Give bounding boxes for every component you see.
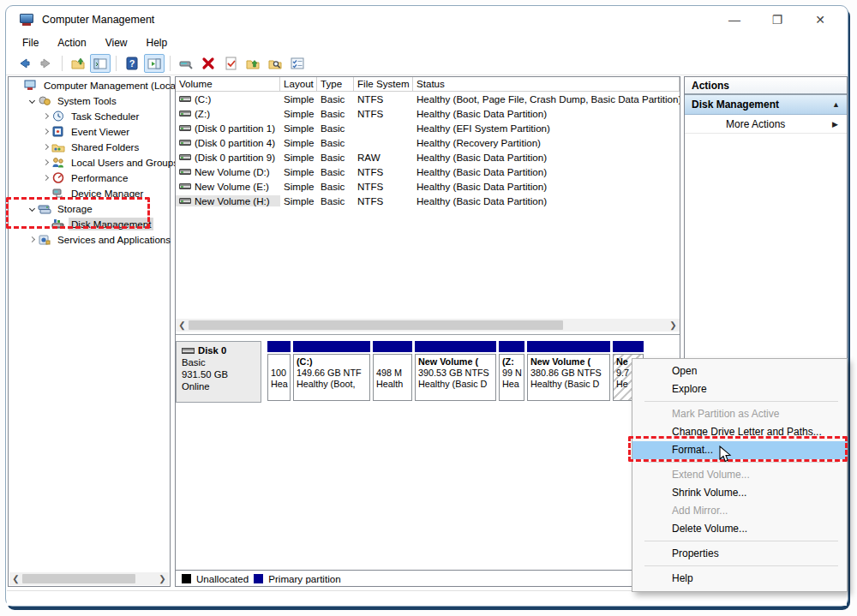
title-bar: Computer Management — ❐ ✕ (6, 6, 848, 33)
partition-block[interactable]: New Volume (380.86 GB NTFSHealthy (Basic… (527, 341, 610, 403)
context-menu-properties[interactable]: Properties (632, 545, 847, 563)
volume-row[interactable]: (C:)SimpleBasicNTFSHealthy (Boot, Page F… (176, 92, 680, 106)
volume-icon (179, 198, 191, 204)
context-menu-open[interactable]: Open (632, 362, 847, 380)
chevron-right-icon[interactable] (26, 237, 38, 242)
context-menu-format[interactable]: Format... (632, 441, 847, 459)
chevron-right-icon[interactable] (39, 114, 51, 118)
disk-type: Basic (182, 356, 255, 368)
chevron-right-icon[interactable] (39, 160, 51, 164)
scroll-right-icon[interactable]: ❯ (156, 572, 169, 585)
more-actions-label: More Actions (726, 118, 785, 130)
column-header-status[interactable]: Status (413, 77, 680, 92)
partition-block[interactable]: (Z:99 NHea (499, 341, 524, 403)
volume-row[interactable]: New Volume (H:)SimpleBasicNTFSHealthy (B… (176, 194, 680, 208)
tree-item-storage[interactable]: Storage (9, 200, 170, 216)
performance-icon (51, 172, 65, 183)
search-folder-icon[interactable] (265, 54, 285, 73)
tree-item-performance[interactable]: Performance (9, 170, 170, 185)
column-header-volume[interactable]: Volume (176, 77, 280, 92)
tree-horizontal-scrollbar[interactable]: ❮ ❯ (9, 572, 169, 585)
scroll-right-icon[interactable]: ❯ (667, 319, 680, 332)
partition-health: Hea (271, 379, 287, 390)
column-header-file-system[interactable]: File System (354, 77, 413, 92)
chevron-down-icon[interactable] (26, 206, 38, 211)
more-actions-item[interactable]: More Actions ▶ (685, 115, 847, 134)
actions-group-disk-management[interactable]: Disk Management ▲ (685, 95, 847, 115)
tree-item-services[interactable]: Services and Applications (9, 231, 170, 247)
volume-type: Basic (317, 166, 354, 177)
volume-row[interactable]: New Volume (E:)SimpleBasicNTFSHealthy (B… (176, 179, 680, 194)
menu-action[interactable]: Action (50, 35, 93, 51)
scrollbar-thumb[interactable] (189, 320, 563, 330)
scroll-left-icon[interactable]: ❮ (176, 319, 189, 332)
context-menu-delete-volume[interactable]: Delete Volume... (632, 520, 847, 538)
chevron-down-icon[interactable] (26, 99, 38, 103)
volume-type: Basic (317, 93, 354, 105)
partition-size: 149.66 GB NTF (297, 368, 367, 379)
volume-row[interactable]: (Disk 0 partition 9)SimpleBasicRAWHealth… (176, 150, 680, 164)
console-tree: Computer Management (LocalSystem ToolsTa… (9, 77, 170, 247)
scroll-left-icon[interactable]: ❮ (9, 572, 22, 585)
volume-name: New Volume (E:) (195, 181, 269, 192)
context-menu-change-drive-letter-and-paths[interactable]: Change Drive Letter and Paths... (632, 423, 847, 441)
legend-swatch (254, 574, 263, 583)
collapse-icon[interactable]: ▲ (832, 100, 840, 109)
menu-file[interactable]: File (15, 35, 46, 51)
column-header-type[interactable]: Type (317, 77, 354, 92)
disk-management-pane: VolumeLayoutTypeFile SystemStatus (C:)Si… (175, 76, 680, 587)
up-level-icon[interactable] (68, 54, 88, 73)
volume-layout: Simple (280, 195, 317, 206)
maximize-button[interactable]: ❐ (769, 11, 786, 28)
volume-row[interactable]: (Z:)SimpleBasicNTFSHealthy (Basic Data P… (176, 106, 680, 121)
menu-help[interactable]: Help (139, 35, 176, 51)
partition-health: Healthy (Basic D (530, 379, 607, 390)
partition-block[interactable]: 100Hea (267, 341, 291, 403)
minimize-button[interactable]: — (726, 11, 743, 28)
tree-item-task-scheduler[interactable]: Task Scheduler (9, 108, 170, 123)
context-menu-explore[interactable]: Explore (632, 380, 847, 398)
volume-row[interactable]: (Disk 0 partition 1)SimpleBasicHealthy (… (176, 121, 680, 135)
back-icon[interactable] (14, 54, 34, 73)
folder-up-icon[interactable] (243, 54, 263, 73)
scrollbar-thumb[interactable] (22, 574, 135, 583)
partition-block[interactable]: 498 MHealth (373, 341, 412, 403)
partition-block[interactable]: (C:)149.66 GB NTFHealthy (Boot, (293, 341, 370, 403)
tree-item-local-users[interactable]: Local Users and Groups (9, 154, 170, 170)
tree-item-computer[interactable]: Computer Management (Local (9, 77, 170, 93)
tree-item-device-manager[interactable]: Device Manager (9, 185, 170, 200)
volume-row[interactable]: (Disk 0 partition 4)SimpleBasicHealthy (… (176, 135, 680, 150)
disk-0-label[interactable]: Disk 0 Basic 931.50 GB Online (176, 341, 261, 403)
tree-item-disk-management[interactable]: Disk Management (9, 216, 170, 231)
partition-block[interactable]: New Volume (390.53 GB NTFSHealthy (Basic… (415, 341, 496, 403)
volume-list-horizontal-scrollbar[interactable]: ❮ ❯ (176, 319, 680, 332)
context-menu-shrink-volume[interactable]: Shrink Volume... (632, 484, 847, 502)
console-tree-icon[interactable] (90, 54, 111, 73)
menu-view[interactable]: View (98, 35, 135, 51)
delete-icon[interactable] (198, 54, 219, 73)
tree-item-event-viewer[interactable]: Event Viewer (9, 123, 170, 139)
close-button[interactable]: ✕ (812, 11, 829, 28)
chevron-right-icon[interactable] (39, 129, 51, 134)
action-pane-icon[interactable] (144, 54, 165, 73)
partition-health: Healthy (Boot, (297, 379, 367, 390)
volume-status: Healthy (Basic Data Partition) (413, 152, 680, 163)
menu-separator (644, 565, 838, 566)
partition-health: Hea (502, 379, 521, 390)
tree-item-shared-folders[interactable]: Shared Folders (9, 139, 170, 154)
details-pane-icon[interactable] (287, 54, 308, 73)
toolbar: ? (6, 52, 848, 75)
forward-icon[interactable] (36, 54, 57, 73)
chevron-right-icon[interactable] (39, 145, 51, 149)
tree-item-system-tools[interactable]: System Tools (9, 93, 170, 108)
context-menu-help[interactable]: Help (632, 570, 847, 588)
properties-check-icon[interactable] (220, 54, 241, 73)
volume-layout: Simple (280, 93, 317, 105)
column-header-layout[interactable]: Layout (280, 77, 317, 92)
volume-row[interactable]: New Volume (D:)SimpleBasicNTFSHealthy (B… (176, 164, 680, 179)
help-icon[interactable]: ? (122, 54, 142, 73)
disk-device-icon[interactable] (176, 54, 196, 73)
partition-size: 390.53 GB NTFS (418, 368, 493, 379)
menu-separator (644, 541, 838, 541)
chevron-right-icon[interactable] (39, 176, 51, 180)
